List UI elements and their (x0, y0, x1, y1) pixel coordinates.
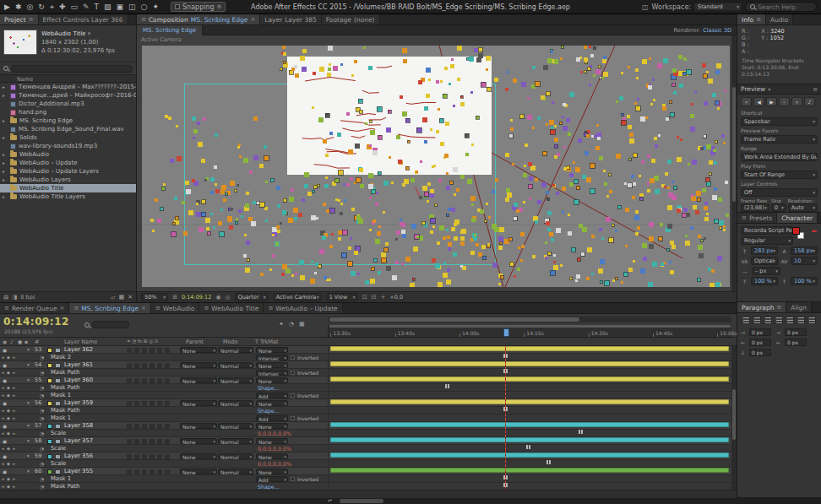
row-graph[interactable] (328, 415, 731, 422)
property-value[interactable]: 0,0,0,0,0,0% (258, 460, 291, 468)
property-row[interactable]: ◂ ◆ ▸◔Scale0,0,0,0,0,0% (0, 430, 731, 437)
stopwatch-icon[interactable]: ◔ (40, 369, 44, 377)
property-name[interactable]: Mask 2 (51, 354, 71, 361)
layer-name[interactable]: Layer 355 (64, 468, 93, 475)
layer-color-chip[interactable] (47, 439, 52, 444)
preview-option-select[interactable]: Off (741, 188, 818, 197)
inverted-checkbox[interactable] (291, 355, 295, 360)
bottom-scrollbar-handle[interactable] (340, 499, 383, 503)
visibility-toggle[interactable]: ◉ (3, 361, 7, 369)
snapping-toggle[interactable]: Snapping ⊕ (171, 2, 226, 12)
panel-menu-icon[interactable]: ≡ (813, 86, 818, 93)
parent-select[interactable]: None (180, 438, 217, 444)
tab-effect-controls[interactable]: Effect Controls Layer 366 (39, 14, 128, 24)
expand-arrow[interactable]: ▾ (27, 346, 30, 354)
project-search[interactable] (0, 62, 136, 74)
property-row[interactable]: ◂ ◆ ▸◔Mask 2IntersecInverted (0, 354, 731, 361)
layer-name[interactable]: Layer 361 (64, 361, 93, 369)
project-list-header[interactable]: Name (0, 74, 136, 83)
layer-row[interactable]: ◉▾60Layer 355NoneNormalNone (0, 468, 731, 475)
help-search-input[interactable] (758, 3, 812, 11)
disclosure-icon[interactable]: ▸ (3, 160, 8, 165)
mode-select[interactable]: Normal (218, 377, 253, 383)
disclosure-icon[interactable]: ▸ (3, 93, 8, 98)
stopwatch-icon[interactable]: ◔ (40, 354, 44, 361)
timeline-tab[interactable]: ≡WebAudio (151, 303, 200, 313)
inverted-checkbox[interactable] (291, 371, 295, 375)
layer-switches[interactable] (127, 439, 172, 444)
parent-column-header[interactable]: Parent (186, 339, 204, 345)
layer-switches[interactable] (127, 378, 172, 383)
property-name[interactable]: Mask 1 (51, 475, 71, 483)
layer-switches[interactable] (127, 401, 172, 406)
go-to-end-button[interactable]: » (791, 97, 802, 106)
property-row[interactable]: ◂ ◆ ▸◔Mask 1AddInverted (0, 392, 731, 399)
expand-arrow[interactable]: ▾ (27, 453, 30, 460)
layer-duration-bar[interactable] (330, 468, 729, 473)
row-graph[interactable] (328, 483, 731, 490)
kerning-select[interactable]: Optical (751, 257, 778, 265)
expand-arrow[interactable]: ▾ (27, 377, 30, 384)
close-icon[interactable]: × (60, 305, 65, 312)
trkmat-select[interactable]: None (256, 362, 288, 368)
playhead-line[interactable] (505, 346, 506, 490)
project-item[interactable]: ▸WebAudio Title Layers (0, 192, 136, 201)
paragraph-field[interactable]: ↓0 px (741, 349, 771, 356)
keyframe-navigator[interactable]: ◂ ◆ ▸ (2, 475, 16, 483)
property-value-link[interactable]: Shape... (258, 384, 280, 392)
horizontal-scale-select[interactable]: 100 % (791, 277, 818, 285)
paragraph-field-input[interactable]: 0 px (785, 339, 807, 346)
mask-mode-select[interactable]: Intersec (256, 355, 288, 360)
shape-tool-icon[interactable]: ▭ (71, 3, 79, 12)
layer-duration-bar[interactable] (330, 399, 729, 404)
project-item[interactable]: wav-library-sounds19.mp3 (0, 142, 136, 150)
bottom-scrollbar[interactable]: ▴▾ (0, 498, 821, 504)
keyframe-navigator[interactable]: ◂ ◆ ▸ (2, 407, 16, 415)
project-item[interactable]: ▸MS. Scribing Edge (0, 117, 136, 125)
renderer-control[interactable]: Renderer: Classic 3D (674, 27, 737, 34)
view-layout-select[interactable]: 1 View (326, 293, 358, 301)
preview-resolution-select[interactable]: Auto (788, 203, 818, 212)
close-icon[interactable]: × (141, 305, 146, 312)
layer-color-chip[interactable] (47, 424, 52, 429)
timeline-ruler[interactable]: 13:30s13:45s14:00s14:15s14:30s14:45s15:0… (328, 325, 731, 337)
keyframe-navigator[interactable]: ◂ ◆ ▸ (2, 445, 16, 453)
viewer-tab[interactable]: MS. Scribing Edge (137, 25, 203, 35)
layer-switches[interactable] (127, 424, 172, 429)
panel-menu-icon[interactable]: ≡ (4, 305, 9, 312)
property-row[interactable]: ◂ ◆ ▸◔Scale0,0,0,0,0,0% (0, 460, 731, 468)
layer-duration-bar[interactable] (330, 361, 729, 366)
visibility-toggle[interactable]: ◉ (3, 346, 7, 354)
justify-all-button[interactable] (807, 316, 816, 324)
vertical-scale-select[interactable]: 100 % (751, 277, 778, 285)
project-item[interactable]: ▸Тюменце...дрей – Майкрософт–2016-01-26 (0, 91, 136, 100)
inverted-checkbox[interactable] (291, 416, 295, 420)
font-style-select[interactable]: Regular (741, 236, 793, 245)
panel-menu-icon[interactable]: ≡ (756, 16, 761, 23)
skip-select[interactable]: 0 (771, 203, 786, 212)
panel-menu-icon[interactable]: ≡ (204, 305, 209, 312)
axis-mode-tool-icon[interactable]: ✦ (152, 3, 159, 12)
property-name[interactable]: Mask Path (51, 483, 80, 490)
row-graph[interactable] (328, 392, 731, 399)
viewport-timecode[interactable]: 0:14:09:12 (182, 294, 212, 301)
work-area-bar[interactable] (329, 325, 731, 328)
align-left-button[interactable] (741, 316, 750, 324)
pen-tool-icon[interactable]: ✎ (83, 3, 90, 12)
row-graph[interactable] (328, 377, 731, 384)
draft-3d-icon[interactable]: ◔ (289, 321, 294, 328)
property-value-link[interactable]: Shape... (258, 483, 280, 490)
parent-select[interactable]: None (180, 453, 217, 459)
unified-camera-tool-icon[interactable]: ⌖ (50, 3, 54, 12)
mask-mode-select[interactable]: Add (256, 415, 288, 421)
property-row[interactable]: ◂ ◆ ▸◔Mask 1AddInverted (0, 415, 731, 422)
trkmat-select[interactable]: None (256, 438, 288, 444)
property-value-link[interactable]: Shape... (258, 407, 280, 415)
row-graph[interactable] (328, 430, 731, 437)
project-item[interactable]: ▸Тюменцев Андрей – Мах???????–2015-12-1… (0, 83, 136, 91)
paragraph-field-input[interactable]: 0 px (785, 328, 807, 336)
property-name[interactable]: Mask Path (51, 384, 80, 392)
property-name[interactable]: Scale (51, 445, 66, 453)
row-graph[interactable] (328, 422, 731, 430)
stopwatch-icon[interactable]: ◔ (40, 407, 44, 415)
